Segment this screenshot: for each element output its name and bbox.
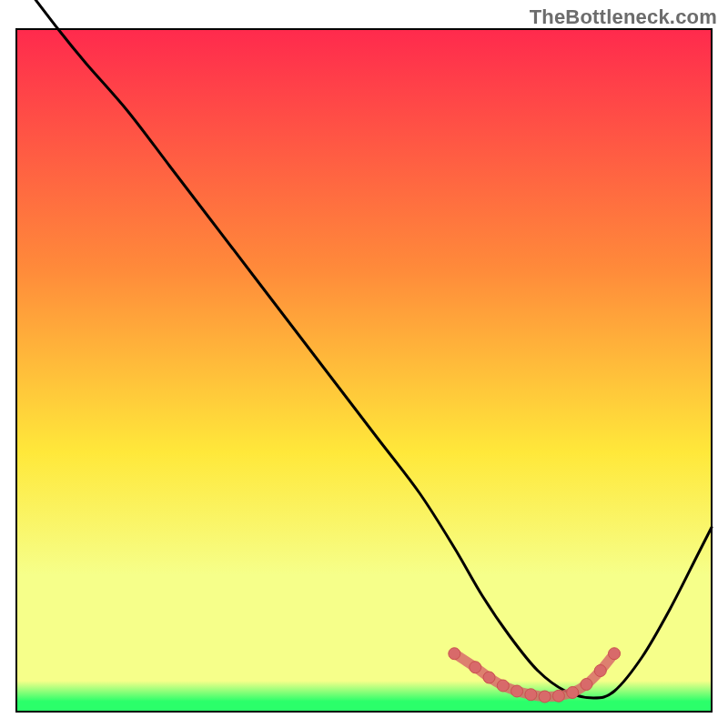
- marker-dot: [449, 648, 460, 660]
- marker-dot: [581, 679, 592, 691]
- marker-dot: [511, 685, 523, 697]
- marker-dot: [567, 687, 579, 699]
- marker-dot: [470, 662, 481, 673]
- marker-dot: [483, 672, 495, 683]
- marker-dot: [609, 648, 621, 660]
- marker-dot: [525, 689, 537, 701]
- marker-dot: [552, 690, 564, 702]
- bottleneck-chart: [0, 0, 728, 728]
- marker-dot: [539, 691, 551, 703]
- marker-dot: [594, 665, 606, 677]
- plot-area: [16, 0, 712, 712]
- watermark-text: TheBottleneck.com: [530, 5, 717, 29]
- gradient-background: [16, 29, 712, 712]
- marker-dot: [497, 680, 509, 692]
- chart-stage: TheBottleneck.com: [0, 0, 728, 728]
